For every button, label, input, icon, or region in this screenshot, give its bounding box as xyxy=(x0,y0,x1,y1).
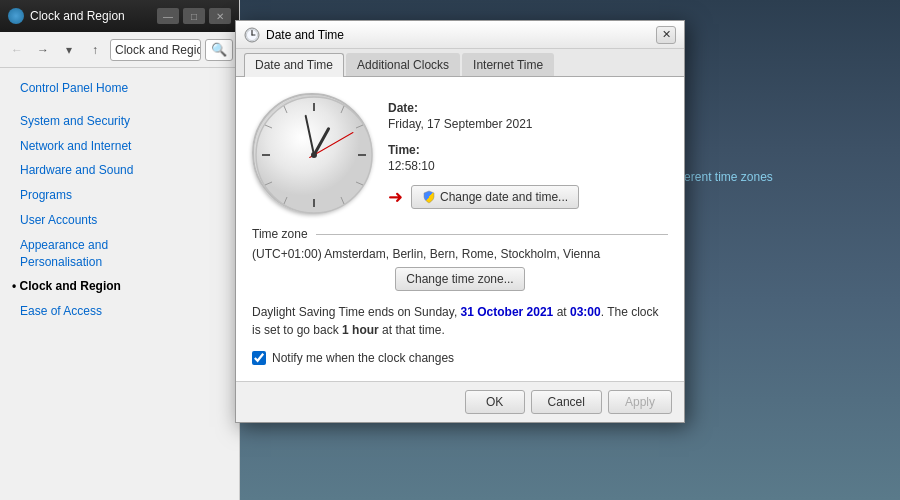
cp-maximize-button[interactable]: □ xyxy=(183,8,205,24)
cancel-button[interactable]: Cancel xyxy=(531,390,602,414)
dialog-footer: OK Cancel Apply xyxy=(236,381,684,422)
uac-shield-icon xyxy=(422,190,436,204)
cp-search-box[interactable]: 🔍 xyxy=(205,39,233,61)
sidebar-item-ease-of-access[interactable]: Ease of Access xyxy=(0,299,239,324)
change-datetime-btn-label: Change date and time... xyxy=(440,190,568,204)
cp-titlebar: Clock and Region — □ ✕ xyxy=(0,0,239,32)
timezone-section: Time zone (UTC+01:00) Amsterdam, Berlin,… xyxy=(252,227,668,291)
time-value: 12:58:10 xyxy=(388,159,668,173)
sidebar-item-user-accounts[interactable]: User Accounts xyxy=(0,208,239,233)
dialog-close-button[interactable]: ✕ xyxy=(656,26,676,44)
clock-face xyxy=(252,93,372,213)
sidebar-item-clock-region[interactable]: Clock and Region xyxy=(0,274,239,299)
cp-dropdown-button[interactable]: ▾ xyxy=(58,39,80,61)
sidebar-item-appearance[interactable]: Appearance andPersonalisation xyxy=(0,233,239,275)
arrow-right-icon: ➜ xyxy=(388,186,403,208)
ok-button[interactable]: OK xyxy=(465,390,525,414)
cp-toolbar: ← → ▾ ↑ Clock and Region 🔍 xyxy=(0,32,239,68)
cp-title-text: Clock and Region xyxy=(30,9,151,23)
bg-link[interactable]: ifferent time zones xyxy=(675,170,773,184)
notify-checkbox[interactable] xyxy=(252,351,266,365)
dialog-title-text: Date and Time xyxy=(266,28,656,42)
control-panel-window: Clock and Region — □ ✕ ← → ▾ ↑ Clock and… xyxy=(0,0,240,500)
cp-up-button[interactable]: ↑ xyxy=(84,39,106,61)
cp-window-controls: — □ ✕ xyxy=(157,8,231,24)
datetime-info: Date: Friday, 17 September 2021 Time: 12… xyxy=(388,93,668,213)
notify-checkbox-row: Notify me when the clock changes xyxy=(252,351,668,365)
dialog-content: Date: Friday, 17 September 2021 Time: 12… xyxy=(236,77,684,381)
datetime-dialog: Date and Time ✕ Date and Time Additional… xyxy=(235,20,685,423)
date-value: Friday, 17 September 2021 xyxy=(388,117,668,131)
clock-container xyxy=(252,93,372,213)
timezone-section-header: Time zone xyxy=(252,227,668,241)
cp-forward-button[interactable]: → xyxy=(32,39,54,61)
sidebar-item-hardware-sound[interactable]: Hardware and Sound xyxy=(0,158,239,183)
notify-label: Notify me when the clock changes xyxy=(272,351,454,365)
sidebar-item-programs[interactable]: Programs xyxy=(0,183,239,208)
sidebar-item-system-security[interactable]: System and Security xyxy=(0,109,239,134)
change-datetime-button[interactable]: Change date and time... xyxy=(411,185,579,209)
dialog-title-icon xyxy=(244,27,260,43)
cp-address-bar[interactable]: Clock and Region xyxy=(110,39,201,61)
dialog-titlebar: Date and Time ✕ xyxy=(236,21,684,49)
cp-close-button[interactable]: ✕ xyxy=(209,8,231,24)
svg-point-20 xyxy=(311,152,317,158)
cp-sidebar: Control Panel Home System and Security N… xyxy=(0,68,239,332)
datetime-main: Date: Friday, 17 September 2021 Time: 12… xyxy=(252,93,668,213)
timezone-section-line xyxy=(316,234,668,235)
change-timezone-button[interactable]: Change time zone... xyxy=(395,267,524,291)
apply-button[interactable]: Apply xyxy=(608,390,672,414)
sidebar-item-control-panel-home[interactable]: Control Panel Home xyxy=(0,76,239,101)
sidebar-item-network-internet[interactable]: Network and Internet xyxy=(0,134,239,159)
timezone-section-title: Time zone xyxy=(252,227,308,241)
cp-title-icon xyxy=(8,8,24,24)
dialog-tabs: Date and Time Additional Clocks Internet… xyxy=(236,49,684,77)
dst-duration: 1 hour xyxy=(342,323,379,337)
cp-back-button[interactable]: ← xyxy=(6,39,28,61)
tab-internet-time[interactable]: Internet Time xyxy=(462,53,554,76)
tab-additional-clocks[interactable]: Additional Clocks xyxy=(346,53,460,76)
change-btn-row: ➜ xyxy=(388,185,668,209)
dst-date: 31 October 2021 xyxy=(461,305,554,319)
tab-date-time[interactable]: Date and Time xyxy=(244,53,344,77)
time-label: Time: xyxy=(388,143,668,157)
dst-notice: Daylight Saving Time ends on Sunday, 31 … xyxy=(252,303,668,339)
dst-time: 03:00 xyxy=(570,305,601,319)
cp-minimize-button[interactable]: — xyxy=(157,8,179,24)
cp-sidebar-sep1 xyxy=(0,101,239,109)
desktop: ifferent time zones Clock and Region — □… xyxy=(0,0,900,500)
date-label: Date: xyxy=(388,101,668,115)
timezone-value: (UTC+01:00) Amsterdam, Berlin, Bern, Rom… xyxy=(252,247,668,261)
